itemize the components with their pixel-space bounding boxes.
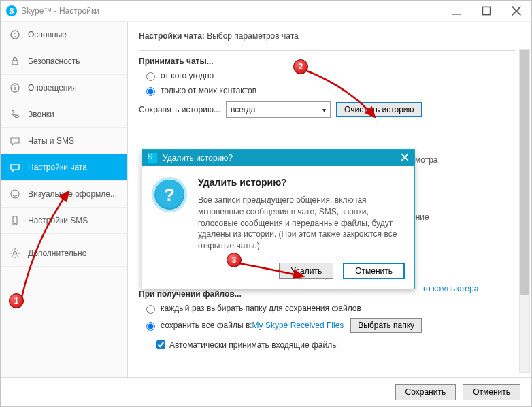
cancel-button[interactable]: Отменить — [463, 384, 520, 400]
received-files-link[interactable]: My Skype Received Files — [252, 321, 344, 330]
radio-contacts-input[interactable] — [146, 87, 155, 96]
auto-accept-files[interactable]: Автоматически принимать входящие файлы — [154, 338, 516, 351]
radio-ask-label: каждый раз выбирать папку для сохранения… — [161, 304, 361, 313]
sidebar-item-advanced[interactable]: Дополнительно — [1, 240, 127, 267]
radio-contacts-only[interactable]: только от моих контактов — [143, 85, 516, 96]
chevron-down-icon: ▾ — [322, 106, 326, 114]
sidebar: S Основные Безопасность Оповещения — [1, 22, 128, 377]
minimize-icon — [451, 5, 462, 16]
svg-line-23 — [12, 256, 13, 257]
svg-point-11 — [13, 193, 14, 194]
chat-icon — [9, 135, 21, 146]
choose-folder-button[interactable]: Выбрать папку — [350, 318, 422, 333]
svg-point-9 — [14, 85, 16, 86]
obscured-link[interactable]: го компьютера — [423, 284, 478, 293]
window-controls — [442, 1, 531, 21]
dialog-actions: Удалить Отменить — [142, 259, 414, 289]
sidebar-item-label: Настройки чата — [28, 163, 87, 172]
annotation-marker-3: 3 — [227, 253, 242, 267]
svg-line-20 — [12, 250, 13, 251]
dialog-message: Все записи предыдущего общения, включая … — [198, 195, 405, 252]
sidebar-item-notifications[interactable]: Оповещения — [1, 75, 127, 101]
question-icon: ? — [152, 177, 187, 212]
content-header-rest: Выбор параметров чата — [207, 31, 298, 41]
radio-anyone[interactable]: от кого угодно — [143, 70, 516, 81]
info-icon — [9, 82, 21, 93]
radio-ask-folder[interactable]: каждый раз выбирать папку для сохранения… — [143, 303, 516, 314]
history-select-value: всегда — [231, 105, 255, 114]
svg-point-10 — [11, 190, 19, 198]
minimize-button[interactable] — [442, 1, 471, 21]
delete-history-dialog: S Удалить историю? ? Удалить историю? Вс… — [142, 149, 415, 289]
dialog-title: Удалить историю? — [163, 153, 233, 163]
skype-logo-icon: S — [148, 153, 157, 163]
radio-save-folder[interactable]: сохранить все файлы в: My Skype Received… — [143, 318, 516, 333]
accept-chats-label: Принимать чаты... — [139, 56, 516, 66]
annotation-marker-2: 2 — [293, 59, 308, 74]
chat-bubble-icon — [9, 162, 21, 173]
sidebar-item-chat-settings[interactable]: Настройки чата — [1, 154, 127, 181]
history-select[interactable]: всегда ▾ — [226, 101, 331, 118]
sidebar-item-chats-sms[interactable]: Чаты и SMS — [1, 128, 127, 154]
sidebar-item-label: Оповещения — [28, 83, 77, 93]
close-icon — [511, 5, 522, 16]
mobile-icon — [9, 215, 21, 226]
svg-point-12 — [16, 193, 17, 194]
scrollbar[interactable] — [519, 49, 530, 373]
window-title: Skype™ - Настройки — [21, 6, 99, 16]
settings-window: S Skype™ - Настройки S Основные — [0, 0, 532, 407]
lock-icon — [9, 56, 21, 67]
scrollbar-thumb[interactable] — [520, 50, 529, 295]
phone-icon — [9, 109, 21, 120]
svg-rect-6 — [12, 61, 18, 65]
auto-accept-label: Автоматически принимать входящие файлы — [169, 340, 338, 350]
svg-line-21 — [18, 256, 19, 257]
sidebar-item-general[interactable]: S Основные — [1, 22, 127, 48]
dialog-delete-button[interactable]: Удалить — [279, 263, 333, 279]
footer: Сохранить Отменить — [1, 377, 531, 406]
dialog-titlebar: S Удалить историю? — [142, 150, 414, 166]
smiley-icon — [9, 189, 21, 199]
skype-icon: S — [9, 29, 21, 40]
annotation-marker-1: 1 — [9, 293, 24, 308]
accept-chats-group: Принимать чаты... от кого угодно только … — [139, 56, 516, 96]
divider — [139, 50, 516, 51]
titlebar: S Skype™ - Настройки — [1, 1, 531, 22]
sidebar-item-label: Безопасность — [28, 56, 80, 66]
radio-anyone-input[interactable] — [146, 72, 155, 81]
sidebar-item-calls[interactable]: Звонки — [1, 101, 127, 128]
dialog-close-button[interactable] — [401, 152, 409, 163]
sidebar-item-security[interactable]: Безопасность — [1, 48, 127, 75]
sidebar-item-label: Звонки — [28, 110, 54, 119]
skype-logo-icon: S — [6, 5, 17, 16]
radio-ask-input[interactable] — [146, 305, 155, 314]
radio-save-input[interactable] — [146, 322, 155, 331]
content-header-bold: Настройки чата: — [139, 31, 205, 41]
close-button[interactable] — [501, 1, 531, 21]
files-group: При получении файлов... каждый раз выбир… — [139, 289, 516, 351]
dialog-heading: Удалить историю? — [198, 177, 405, 188]
radio-save-prefix: сохранить все файлы в: — [161, 321, 252, 330]
sidebar-item-label: Настройки SMS — [28, 216, 88, 225]
content-header: Настройки чата: Выбор параметров чата — [139, 22, 516, 48]
sidebar-item-label: Дополнительно — [28, 248, 86, 258]
svg-point-15 — [14, 252, 17, 255]
history-label: Сохранять историю... — [139, 105, 220, 114]
maximize-icon — [481, 5, 492, 16]
auto-accept-checkbox[interactable] — [156, 340, 165, 349]
save-button[interactable]: Сохранить — [395, 384, 456, 400]
svg-rect-1 — [482, 7, 490, 14]
close-icon — [401, 153, 409, 161]
clear-history-button[interactable]: Очистить историю — [336, 102, 422, 117]
sidebar-item-sms-settings[interactable]: Настройки SMS — [1, 208, 127, 234]
radio-contacts-label: только от моих контактов — [161, 86, 256, 95]
maximize-button[interactable] — [471, 1, 501, 21]
sidebar-item-label: Чаты и SMS — [28, 136, 74, 146]
sidebar-item-label: Визуальное оформле... — [28, 189, 117, 199]
radio-anyone-label: от кого угодно — [161, 71, 214, 80]
sidebar-item-label: Основные — [28, 30, 67, 39]
svg-text:S: S — [13, 32, 16, 38]
sidebar-item-appearance[interactable]: Визуальное оформле... — [1, 181, 127, 208]
svg-line-22 — [18, 250, 19, 251]
dialog-cancel-button[interactable]: Отменить — [343, 263, 405, 279]
